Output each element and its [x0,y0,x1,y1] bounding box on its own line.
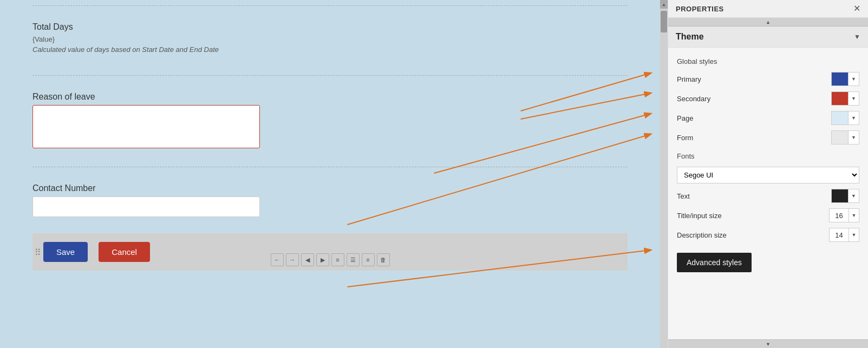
toolbar-back-btn[interactable]: ← [271,253,284,266]
form-color-swatch[interactable] [831,130,849,145]
theme-title: Theme [676,32,704,42]
panel-scroll-up[interactable]: ▲ [668,18,868,27]
reason-label: Reason of leave [32,92,628,102]
drag-handle: ⠿ [35,247,41,257]
panel-body: Global styles Primary ▼ Secondary ▼ Pag [668,48,868,339]
title-size-row: Title/input size 16 ▼ [677,208,859,222]
main-content: Total Days {Value} Calculated value of d… [0,0,660,348]
toolbar-align-right-btn[interactable]: ≡ [362,253,375,266]
scroll-up-arrow[interactable]: ▲ [660,0,668,9]
description-size-row: Description size 14 ▼ [677,228,859,242]
theme-header: Theme ▼ [668,27,868,48]
panel-close-button[interactable]: ✕ [853,4,860,13]
page-color-picker: ▼ [831,111,859,125]
toolbar-icons: ← → ◀ ▶ ≡ ☰ ≡ 🗑 [271,253,390,266]
advanced-styles-button[interactable]: Advanced styles [677,253,752,272]
secondary-row: Secondary ▼ [677,91,859,106]
divider-1 [32,75,628,76]
divider-2 [32,167,628,167]
total-days-description: Calculated value of days based on Start … [32,45,628,54]
primary-color-swatch[interactable] [831,72,849,86]
description-size-control: 14 ▼ [829,228,859,242]
secondary-label: Secondary [677,95,710,103]
text-color-row: Text ▼ [677,189,859,203]
toolbar-right-btn[interactable]: ▶ [316,253,329,266]
global-styles-heading: Global styles [677,57,859,65]
reason-section: Reason of leave [32,87,628,161]
save-button[interactable]: Save [43,242,88,262]
title-size-dropdown-btn[interactable]: ▼ [849,208,859,222]
toolbar-delete-btn[interactable]: 🗑 [377,253,390,266]
description-size-dropdown-btn[interactable]: ▼ [849,228,859,242]
description-size-value: 14 [829,228,849,242]
primary-color-picker: ▼ [831,72,859,86]
page-color-dropdown-btn[interactable]: ▼ [849,111,859,125]
contact-label: Contact Number [32,183,628,193]
contact-section: Contact Number [32,178,628,228]
total-days-section: Total Days {Value} Calculated value of d… [32,17,628,70]
text-color-picker: ▼ [831,189,859,203]
buttons-section: ⠿ Save Cancel ← → ◀ ▶ ≡ ☰ ≡ 🗑 [32,233,628,271]
title-size-control: 16 ▼ [829,208,859,222]
secondary-color-dropdown-btn[interactable]: ▼ [849,91,859,106]
cancel-button[interactable]: Cancel [99,242,150,262]
secondary-color-picker: ▼ [831,91,859,106]
text-color-dropdown-btn[interactable]: ▼ [849,189,859,203]
toolbar-left-btn[interactable]: ◀ [301,253,314,266]
page-row: Page ▼ [677,111,859,125]
right-panel: PROPERTIES ✕ ▲ Theme ▼ Global styles Pri… [668,0,868,348]
scroll-thumb[interactable] [661,11,667,32]
primary-color-dropdown-btn[interactable]: ▼ [849,72,859,86]
primary-row: Primary ▼ [677,72,859,86]
panel-title: PROPERTIES [676,5,724,13]
secondary-color-swatch[interactable] [831,91,849,106]
divider-top [32,5,628,6]
form-color-picker: ▼ [831,130,859,145]
form-label: Form [677,134,693,142]
toolbar-forward-btn[interactable]: → [286,253,299,266]
reason-textarea[interactable] [32,105,260,148]
form-row: Form ▼ [677,130,859,145]
panel-header: PROPERTIES ✕ [668,0,868,18]
fonts-heading: Fonts [677,152,859,160]
page-color-swatch[interactable] [831,111,849,125]
description-size-label: Description size [677,231,727,239]
toolbar-align-center-btn[interactable]: ☰ [347,253,360,266]
form-color-dropdown-btn[interactable]: ▼ [849,130,859,145]
title-size-label: Title/input size [677,212,722,220]
text-color-label: Text [677,192,690,200]
toolbar-align-left-btn[interactable]: ≡ [331,253,344,266]
text-color-swatch[interactable] [831,189,849,203]
title-size-value: 16 [829,208,849,222]
primary-label: Primary [677,75,701,83]
panel-scroll-down[interactable]: ▼ [668,339,868,348]
contact-input[interactable] [32,196,260,217]
font-select[interactable]: Segoe UI Arial Helvetica Times New Roman [677,167,859,183]
fonts-section: Fonts Segoe UI Arial Helvetica Times New… [677,152,859,183]
total-days-label: Total Days [32,22,628,32]
scrollbar: ▲ [660,0,668,348]
page-label: Page [677,114,693,122]
total-days-value: {Value} [32,35,628,43]
theme-dropdown-icon[interactable]: ▼ [854,33,860,41]
